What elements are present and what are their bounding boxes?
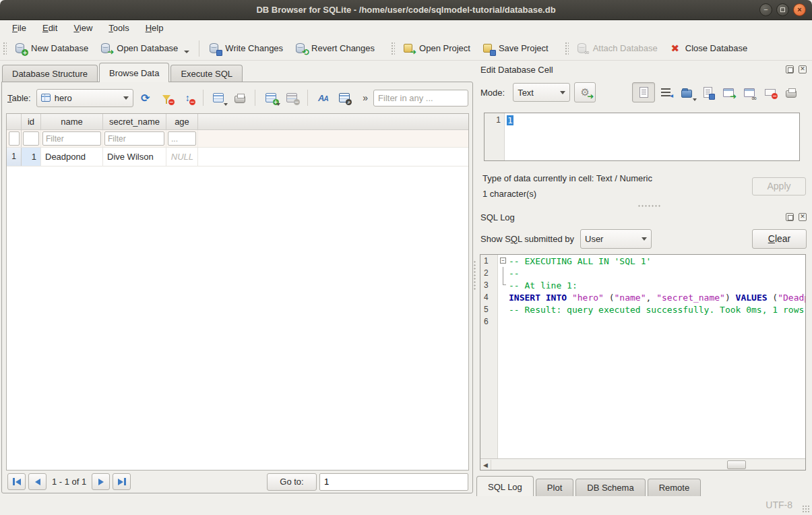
toolbar-separator — [203, 90, 204, 106]
filter-input-secret-name[interactable] — [104, 131, 164, 146]
toolbar-overflow-chevron[interactable]: » — [363, 92, 368, 103]
toolbar-handle[interactable] — [564, 41, 569, 56]
resize-grip[interactable] — [802, 505, 811, 514]
goto-record-input[interactable] — [319, 473, 468, 491]
document-icon — [639, 87, 648, 98]
close-panel-icon[interactable] — [799, 65, 807, 73]
set-null-button[interactable]: − — [760, 83, 780, 102]
export-to-file-button[interactable] — [697, 83, 718, 102]
table-label: Table: — [7, 93, 31, 103]
menu-view[interactable]: View — [65, 21, 100, 36]
title-bar[interactable]: DB Browser for SQLite - /home/user/code/… — [0, 0, 812, 20]
sql-source-selector[interactable]: User — [580, 229, 652, 249]
menu-help[interactable]: Help — [137, 21, 172, 36]
tab-browse-data[interactable]: Browse Data — [99, 63, 169, 82]
tab-plot[interactable]: Plot — [536, 479, 573, 496]
open-database-button[interactable]: ➜ Open Database — [94, 39, 195, 58]
scroll-left-icon[interactable]: ◀ — [480, 460, 491, 470]
print-table-button[interactable] — [230, 89, 249, 107]
find-in-table-button[interactable]: ⌕ — [335, 89, 353, 107]
filter-cell-age — [166, 130, 198, 147]
new-record-button[interactable]: + — [261, 89, 280, 107]
revert-changes-button[interactable]: ⟲ Revert Changes — [289, 39, 381, 58]
cell-name[interactable]: Deadpond — [41, 148, 103, 166]
tab-db-schema[interactable]: DB Schema — [575, 479, 645, 496]
close-database-button[interactable]: ✖ Close Database — [664, 39, 754, 58]
print-cell-button[interactable] — [781, 83, 801, 102]
open-in-external-button[interactable]: ➜ — [718, 83, 739, 102]
word-wrap-button[interactable] — [656, 83, 676, 102]
close-button[interactable]: × — [793, 3, 806, 16]
float-panel-icon[interactable] — [786, 213, 794, 221]
previous-record-button[interactable] — [28, 473, 46, 490]
import-from-file-button[interactable] — [677, 83, 697, 102]
filter-input-age[interactable] — [168, 131, 196, 146]
font-settings-button[interactable]: AA — [314, 89, 332, 107]
goto-button[interactable]: Go to: — [267, 473, 317, 491]
chevron-down-icon — [642, 237, 647, 241]
column-header-id[interactable]: id — [22, 114, 41, 130]
horizontal-scrollbar[interactable]: ◀ ▶ — [480, 458, 805, 470]
filter-input-id[interactable] — [23, 131, 39, 146]
column-header-age[interactable]: age — [166, 114, 198, 130]
browse-data-panel: Table: hero ⟳ − ↕− + − AA ⌕ » — [1, 82, 473, 493]
cell-id[interactable]: 1 — [22, 148, 41, 166]
toolbar-handle[interactable] — [2, 41, 7, 56]
menu-tools[interactable]: Tools — [100, 21, 137, 36]
row-header[interactable]: 1 — [7, 148, 22, 166]
copy-table-button[interactable] — [210, 89, 228, 107]
filter-cell-secret-name — [103, 130, 166, 147]
first-record-button[interactable] — [7, 473, 26, 490]
cell-age[interactable]: NULL — [166, 148, 198, 166]
main-toolbar: + New Database ➜ Open Database Write Cha… — [0, 36, 812, 61]
mode-selector[interactable]: Text — [513, 83, 570, 102]
encoding-indicator[interactable]: UTF-8 — [766, 499, 792, 510]
clear-filters-button[interactable]: − — [157, 89, 175, 107]
write-changes-icon — [209, 43, 220, 54]
float-panel-icon[interactable] — [786, 65, 794, 73]
menu-file[interactable]: File — [4, 21, 34, 36]
column-header-name[interactable]: name — [41, 114, 103, 130]
grid-corner[interactable] — [7, 114, 22, 130]
sql-log-controls: Show SQL submitted by User Clear — [480, 229, 807, 249]
tab-remote[interactable]: Remote — [648, 479, 701, 496]
text-mode-toggle-button[interactable] — [632, 82, 655, 102]
open-project-button[interactable]: ➜ Open Project — [397, 39, 476, 58]
write-changes-button[interactable]: Write Changes — [203, 39, 289, 58]
menu-edit[interactable]: Edit — [34, 21, 65, 36]
filter-any-column-input[interactable] — [373, 90, 468, 107]
cell-value-editor[interactable]: 1 1 — [484, 113, 800, 161]
attach-database-icon: ∞ — [577, 43, 588, 54]
tab-sql-log[interactable]: SQL Log — [476, 476, 534, 496]
edit-link-button[interactable]: ∞ — [739, 83, 759, 102]
maximize-button[interactable] — [776, 3, 789, 16]
toolbar-handle[interactable] — [390, 41, 395, 56]
next-record-button[interactable] — [92, 473, 110, 490]
auto-apply-button[interactable]: ⚙ ➜ — [574, 82, 596, 102]
fold-marker[interactable]: − — [498, 255, 509, 267]
last-record-button[interactable] — [113, 473, 131, 490]
open-database-dropdown-icon[interactable] — [184, 51, 189, 53]
save-project-button[interactable]: Save Project — [476, 39, 555, 58]
editor-content[interactable]: 1 — [505, 113, 799, 160]
scrollbar-thumb[interactable] — [727, 460, 746, 469]
save-project-icon — [482, 43, 494, 54]
cell-secret-name[interactable]: Dive Wilson — [103, 148, 166, 166]
close-panel-icon[interactable] — [799, 213, 807, 221]
clear-log-button[interactable]: Clear — [752, 229, 807, 249]
table-selector[interactable]: hero — [36, 89, 133, 107]
filter-cell-id — [22, 130, 41, 147]
chevron-down-icon — [693, 98, 697, 101]
minimize-button[interactable]: − — [759, 3, 772, 16]
tab-execute-sql[interactable]: Execute SQL — [170, 65, 243, 82]
filter-input-name[interactable] — [42, 131, 101, 146]
font-icon: AA — [318, 93, 328, 103]
new-database-button[interactable]: + New Database — [9, 39, 94, 58]
refresh-button[interactable]: ⟳ — [136, 89, 154, 107]
new-database-icon: + — [15, 43, 26, 54]
clear-sorting-button[interactable]: ↕− — [179, 89, 197, 107]
column-header-secret-name[interactable]: secret_name — [103, 114, 166, 130]
sql-log-view[interactable]: 1 − -- EXECUTING ALL IN 'SQL 1' 2 -- 3 -… — [480, 254, 806, 471]
log-line: 6 — [480, 315, 805, 328]
tab-database-structure[interactable]: Database Structure — [2, 65, 98, 82]
